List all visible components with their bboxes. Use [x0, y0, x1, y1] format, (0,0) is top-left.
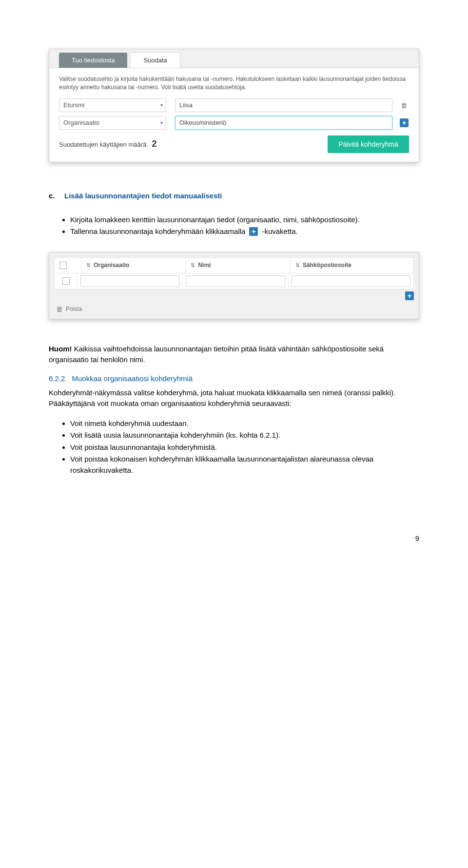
email-input[interactable] — [292, 275, 410, 287]
chevron-down-icon: ▾ — [160, 102, 163, 108]
trash-icon: 🗑 — [401, 101, 408, 109]
heading-6-2-2: 6.2.2.Muokkaa organisaatiosi kohderyhmiä — [49, 374, 419, 383]
filter-value-input-1[interactable]: Liisa — [175, 98, 392, 112]
tab-filter[interactable]: Suodata — [130, 52, 180, 68]
filter-field-1-value: Etunimi — [63, 101, 84, 109]
plus-icon: + — [400, 118, 409, 127]
sort-icon[interactable]: ⇅ — [191, 262, 195, 269]
add-row-button[interactable]: + — [405, 291, 414, 300]
col-header-email[interactable]: Sähköpostiosoite — [303, 262, 351, 269]
note-label: Huom! — [49, 345, 72, 353]
chevron-down-icon: ▾ — [160, 120, 163, 125]
filter-value-input-2[interactable]: Oikeusministeriö — [175, 116, 392, 130]
bullet-item: Voit lisätä uusia lausunnonantajia kohde… — [70, 430, 419, 441]
name-input[interactable] — [186, 275, 285, 287]
update-target-group-button[interactable]: Päivitä kohderyhmä — [328, 135, 409, 153]
filter-helptext: Valitse suodatusehto ja kirjoita hakuken… — [59, 75, 409, 92]
list-marker-c: c. — [49, 192, 64, 206]
bullet-item: Voit poistaa kokonaisen kohderyhmän klik… — [70, 454, 419, 476]
col-header-name[interactable]: Nimi — [198, 262, 211, 269]
delete-selected-button[interactable]: 🗑 Poista — [49, 300, 419, 319]
note-paragraph: Huom! Kaikissa vaihtoehdoissa lausunnona… — [49, 344, 419, 366]
filtered-count-label: Suodatettujen käyttäjien määrä: 2 — [59, 139, 156, 149]
tab-import-file[interactable]: Tuo tiedostosta — [59, 53, 127, 68]
filter-field-select-1[interactable]: Etunimi ▾ — [59, 98, 166, 112]
manual-entry-screenshot: ⇅ Organisaatio ⇅ Nimi ⇅ Sähköpostiosoite… — [49, 252, 419, 319]
section-6-2-2-intro: Kohderyhmät-näkymässä valitse kohderyhmä… — [49, 387, 419, 409]
bullet-item: Voit poistaa lausunnonantajia kohderyhmi… — [70, 442, 419, 453]
row-checkbox[interactable] — [62, 277, 70, 285]
select-all-checkbox[interactable] — [59, 262, 67, 269]
add-filter-button[interactable]: + — [399, 118, 409, 128]
page-number: 9 — [49, 534, 419, 542]
bullet-item: Voit nimetä kohderyhmiä uudestaan. — [70, 418, 419, 429]
bullet-item: Tallenna lausunnonantaja kohderyhmään kl… — [70, 226, 419, 237]
org-input[interactable] — [80, 275, 179, 287]
trash-icon: 🗑 — [56, 305, 63, 313]
sort-icon[interactable]: ⇅ — [86, 262, 91, 269]
filter-panel-screenshot: Tuo tiedostosta Suodata Valitse suodatus… — [49, 49, 419, 162]
filter-field-2-value: Organisaatio — [63, 119, 99, 126]
filter-field-select-2[interactable]: Organisaatio ▾ — [59, 116, 166, 130]
remove-filter-button[interactable]: 🗑 — [399, 100, 409, 110]
heading-add-manually: Lisää lausunnonantajien tiedot manuaalis… — [64, 192, 419, 200]
bullet-item: Kirjoita lomakkeen kenttiin lausunnonant… — [70, 214, 419, 226]
col-header-organisation[interactable]: Organisaatio — [94, 262, 129, 269]
sort-icon[interactable]: ⇅ — [295, 262, 300, 269]
filtered-count-value: 2 — [152, 139, 156, 149]
plus-icon: + — [249, 227, 258, 236]
